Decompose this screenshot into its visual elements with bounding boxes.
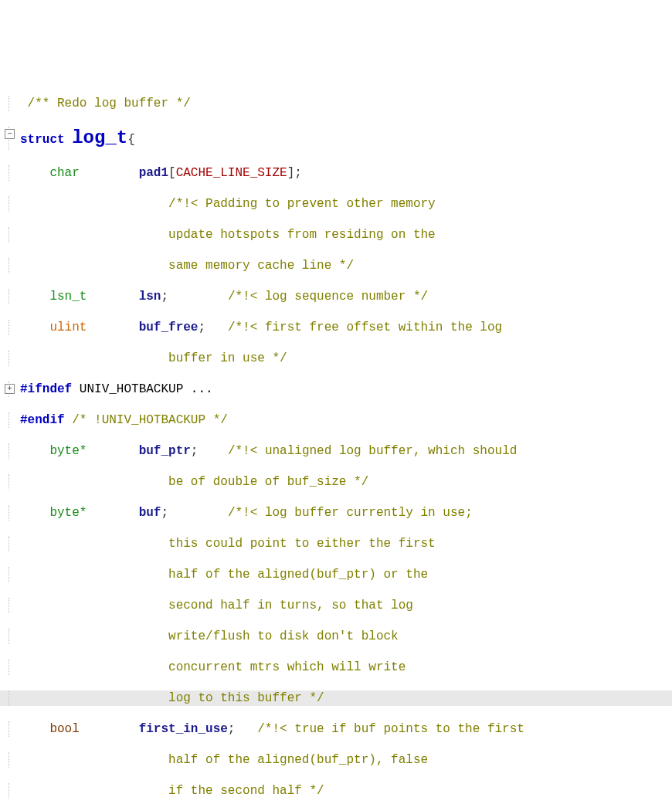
code-line: half of the aligned(buf_ptr), false [0, 752, 672, 768]
comment: buffer in use */ [168, 351, 287, 365]
comment: update hotspots from residing on the [168, 228, 436, 242]
comment: log to this buffer */ [168, 691, 324, 705]
code-line: if the second half */ [0, 783, 672, 799]
field-name: buf [139, 506, 161, 520]
code-line: half of the aligned(buf_ptr) or the [0, 567, 672, 582]
semicolon: ; [161, 506, 168, 520]
code-line: /** Redo log buffer */ [0, 96, 672, 111]
comment: same memory cache line */ [168, 259, 354, 273]
code-line: second half in turns, so that log [0, 598, 672, 613]
comment: /*!< log sequence number */ [228, 290, 428, 304]
field-name: pad1 [139, 166, 168, 180]
code-block: /** Redo log buffer */ −struct log_t{ ch… [0, 62, 672, 804]
bracket: [ [168, 166, 176, 180]
code-line: char pad1[CACHE_LINE_SIZE]; [0, 165, 672, 181]
field-name: buf_free [139, 321, 199, 334]
comment: /* !UNIV_HOTBACKUP */ [72, 413, 228, 427]
type: bool [49, 722, 79, 736]
preprocessor: #endif [20, 413, 65, 427]
type: byte* [49, 506, 87, 520]
code-line: ulint buf_free; /*!< first free offset w… [0, 320, 672, 335]
code-line: +#ifndef UNIV_HOTBACKUP ... [0, 382, 672, 397]
comment: /*!< true if buf points to the first [257, 722, 524, 736]
comment: this could point to either the first [168, 537, 436, 551]
comment: /*!< log buffer currently in use; [228, 506, 473, 520]
preprocessor: #ifndef [20, 382, 72, 396]
code-line: this could point to either the first [0, 536, 672, 551]
semicolon: ; [228, 722, 236, 736]
comment: half of the aligned(buf_ptr) or the [168, 568, 428, 582]
code-line: #endif /* !UNIV_HOTBACKUP */ [0, 412, 672, 428]
bracket: ]; [287, 166, 302, 180]
field-name: first_in_use [139, 722, 228, 736]
comment: /** Redo log buffer */ [28, 97, 191, 110]
code-line: be of double of buf_size */ [0, 474, 672, 490]
type: lsn_t [49, 290, 87, 304]
code-line: concurrent mtrs which will write [0, 660, 672, 675]
comment: /*!< first free offset within the log [228, 321, 502, 334]
code-line: /*!< Padding to prevent other memory [0, 196, 672, 212]
type: char [49, 166, 79, 180]
macro-const: CACHE_LINE_SIZE [176, 166, 287, 180]
code-line: bool first_in_use; /*!< true if buf poin… [0, 721, 672, 737]
fold-plus-icon[interactable]: + [5, 384, 15, 394]
comment: second half in turns, so that log [168, 599, 413, 612]
code-line: update hotspots from residing on the [0, 227, 672, 243]
comment: write/flush to disk don't block [168, 629, 399, 643]
comment: concurrent mtrs which will write [168, 660, 406, 674]
field-name: lsn [139, 290, 161, 304]
struct-name: log_t [72, 127, 127, 148]
fold-minus-icon[interactable]: − [5, 129, 15, 139]
type: byte* [49, 444, 87, 458]
field-name: buf_ptr [139, 444, 191, 458]
code-line: write/flush to disk don't block [0, 629, 672, 644]
code-line: same memory cache line */ [0, 258, 672, 273]
comment: be of double of buf_size */ [168, 475, 368, 489]
type: ulint [49, 321, 87, 334]
code-line: lsn_t lsn; /*!< log sequence number */ [0, 289, 672, 304]
code-line: buffer in use */ [0, 351, 672, 366]
comment: /*!< Padding to prevent other memory [168, 197, 436, 211]
comment: if the second half */ [168, 784, 324, 798]
semicolon: ; [191, 444, 199, 458]
semicolon: ; [198, 321, 205, 334]
struct-keyword: struct [20, 133, 72, 147]
brace-open: { [127, 133, 135, 147]
code-line-highlighted: log to this buffer */ [0, 690, 672, 706]
comment: half of the aligned(buf_ptr), false [168, 753, 428, 767]
comment: /*!< unaligned log buffer, which should [228, 444, 517, 458]
code-line: byte* buf; /*!< log buffer currently in … [0, 505, 672, 521]
semicolon: ; [161, 290, 168, 304]
code-line: byte* buf_ptr; /*!< unaligned log buffer… [0, 443, 672, 459]
pp-condition: UNIV_HOTBACKUP ... [80, 382, 213, 396]
code-line: −struct log_t{ [0, 127, 672, 150]
